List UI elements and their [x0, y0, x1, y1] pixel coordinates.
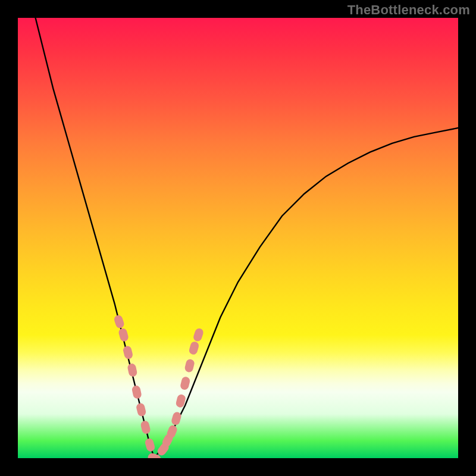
plot-area [18, 18, 458, 458]
data-marker [180, 376, 191, 391]
data-marker [136, 402, 147, 417]
data-marker [140, 420, 151, 435]
data-marker [192, 327, 204, 342]
data-marker [188, 341, 199, 356]
data-marker [127, 363, 137, 378]
watermark-text: TheBottleneck.com [347, 2, 470, 18]
bottleneck-curve [154, 128, 458, 458]
data-marker [113, 314, 125, 329]
data-marker [123, 345, 134, 360]
data-marker [131, 385, 142, 400]
chart-container: { "watermark": "TheBottleneck.com", "col… [0, 0, 476, 476]
data-marker [144, 437, 155, 452]
curve-layer [18, 18, 458, 458]
data-marker [184, 358, 195, 373]
data-marker [118, 327, 129, 342]
